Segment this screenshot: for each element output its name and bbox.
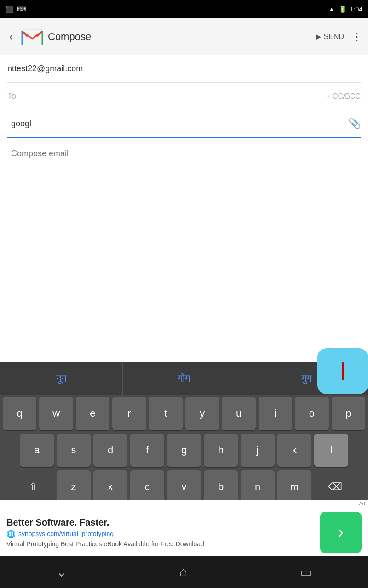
keyboard-icon: ⌨: [17, 6, 26, 13]
bottom-nav: ⌄ ⌂ ▭: [0, 556, 368, 588]
gmail-logo: [21, 26, 43, 48]
shift-key[interactable]: ⇧: [12, 470, 54, 503]
ad-site-icon: 🌐: [6, 530, 16, 538]
cursor-line: [342, 362, 344, 380]
shift-icon: ⇧: [29, 481, 37, 493]
ad-url-row: 🌐 synopsys.com/virtual_prototyping: [6, 530, 320, 538]
svg-rect-0: [22, 29, 42, 45]
subject-input[interactable]: [7, 117, 348, 130]
status-bar: ⬛ ⌨ ▲ 🔋 1:04: [0, 0, 368, 18]
key-p[interactable]: p: [332, 397, 365, 430]
back-button[interactable]: ‹: [6, 27, 17, 47]
nav-home-button[interactable]: ⌂: [179, 565, 187, 579]
suggestion-1[interactable]: गूग: [0, 362, 123, 395]
from-row: nttest22@gmail.com: [7, 55, 361, 83]
key-g[interactable]: g: [167, 434, 201, 467]
delete-icon: ⌫: [328, 481, 342, 493]
key-u[interactable]: u: [222, 397, 255, 430]
wifi-icon: ▲: [328, 6, 335, 13]
key-n[interactable]: n: [241, 470, 275, 503]
to-row[interactable]: To + CC/BCC: [7, 83, 361, 110]
ad-content: Better Software. Faster. 🌐 synopsys.com/…: [6, 517, 320, 548]
key-v[interactable]: v: [167, 470, 201, 503]
compose-row[interactable]: [7, 138, 361, 170]
key-y[interactable]: y: [185, 397, 219, 430]
key-f[interactable]: f: [130, 434, 164, 467]
key-t[interactable]: t: [149, 397, 183, 430]
key-c[interactable]: c: [130, 470, 164, 503]
ad-banner: Better Software. Faster. 🌐 synopsys.com/…: [0, 500, 368, 564]
send-button[interactable]: ▶ SEND: [316, 32, 344, 41]
attach-icon[interactable]: 📎: [348, 118, 361, 130]
key-q[interactable]: q: [3, 397, 36, 430]
key-a[interactable]: a: [20, 434, 54, 467]
key-h[interactable]: h: [204, 434, 238, 467]
keyboard-row-2: a s d f g h j k l: [0, 432, 368, 469]
send-label: SEND: [324, 33, 344, 41]
key-x[interactable]: x: [93, 470, 127, 503]
key-i[interactable]: i: [259, 397, 292, 430]
key-l[interactable]: l: [314, 434, 348, 467]
cursor-popup: [317, 348, 368, 394]
ad-url[interactable]: synopsys.com/virtual_prototyping: [18, 530, 114, 537]
status-right: ▲ 🔋 1:04: [328, 6, 362, 13]
suggestion-bar: गूग गोग गुग: [0, 362, 368, 395]
status-left: ⬛ ⌨: [6, 6, 26, 13]
key-d[interactable]: d: [93, 434, 127, 467]
send-icon: ▶: [316, 32, 321, 41]
key-e[interactable]: e: [76, 397, 109, 430]
compose-input[interactable]: [7, 147, 361, 160]
subject-row[interactable]: 📎: [7, 110, 361, 138]
screen-icon: ⬛: [6, 6, 13, 13]
to-label: To: [7, 91, 30, 101]
from-email: nttest22@gmail.com: [7, 64, 83, 74]
key-o[interactable]: o: [295, 397, 328, 430]
nav-back-button[interactable]: ⌄: [56, 565, 67, 580]
nav-recent-button[interactable]: ▭: [300, 565, 312, 580]
key-m[interactable]: m: [277, 470, 311, 503]
ad-cta-button[interactable]: ›: [320, 512, 362, 553]
app-bar-title: Compose: [48, 31, 316, 43]
key-z[interactable]: z: [57, 470, 91, 503]
email-form: nttest22@gmail.com To + CC/BCC 📎: [0, 55, 368, 170]
to-input[interactable]: [30, 90, 326, 103]
key-j[interactable]: j: [241, 434, 275, 467]
ad-description: Virtual Prototyping Best Practices eBook…: [6, 540, 320, 548]
ad-badge: Ad: [359, 501, 365, 506]
battery-icon: 🔋: [339, 6, 346, 13]
app-bar: ‹ Compose ▶ SEND ⋮: [0, 18, 368, 55]
ad-arrow-icon: ›: [338, 523, 344, 542]
key-w[interactable]: w: [39, 397, 73, 430]
cc-bcc-button[interactable]: + CC/BCC: [326, 92, 361, 101]
clock: 1:04: [350, 6, 362, 13]
key-s[interactable]: s: [57, 434, 91, 467]
key-k[interactable]: k: [277, 434, 311, 467]
suggestion-2[interactable]: गोग: [123, 362, 246, 395]
ad-title: Better Software. Faster.: [6, 517, 320, 528]
more-button[interactable]: ⋮: [351, 30, 362, 43]
delete-key[interactable]: ⌫: [314, 470, 356, 503]
key-b[interactable]: b: [204, 470, 238, 503]
keyboard-row-1: q w e r t y u i o p: [0, 395, 368, 432]
key-r[interactable]: r: [112, 397, 146, 430]
